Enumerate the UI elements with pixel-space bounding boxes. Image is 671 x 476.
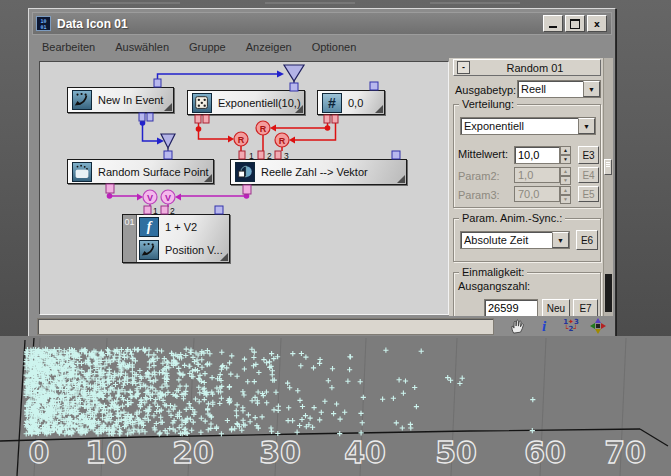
axis-label: 0 — [29, 435, 50, 470]
seed-expose-button[interactable]: E7 — [573, 299, 598, 316]
param2-spinner: ▲▼ — [560, 167, 571, 183]
close-icon: x — [594, 19, 600, 29]
menu-optionen[interactable]: Optionen — [312, 41, 357, 53]
param3-spinner: ▲▼ — [560, 186, 571, 202]
axis-labels: 0 10 20 30 40 50 60 70 — [29, 435, 646, 470]
info-icon[interactable]: i — [535, 317, 553, 335]
axis-label: 70 — [604, 435, 646, 470]
port-number: 1 — [249, 151, 254, 161]
mean-spinner[interactable]: ▲▼ — [560, 146, 571, 164]
distribution-select[interactable]: Exponentiell ▼ — [460, 117, 596, 135]
window-controls: x — [543, 15, 607, 32]
close-button[interactable]: x — [587, 15, 607, 32]
distribution-group-label: Verteilung: — [459, 98, 517, 110]
toolbar-edge — [430, 2, 520, 4]
axis-label: 40 — [344, 435, 386, 470]
axis-label: 20 — [172, 435, 214, 470]
wire-arrow — [228, 136, 234, 143]
status-message-field — [37, 318, 494, 335]
port-number: 3 — [284, 151, 289, 161]
event-port[interactable] — [139, 79, 400, 214]
icon-digits-bottom: 01 — [37, 24, 50, 30]
seed-field[interactable] — [484, 299, 538, 316]
output-type-label: Ausgabetyp: — [455, 84, 516, 96]
anim-sync-group-label: Param. Anim.-Sync.: — [459, 212, 565, 224]
axis-label: 60 — [524, 435, 566, 470]
rollout-header[interactable]: - Random 01 — [453, 59, 601, 76]
maximize-button[interactable] — [565, 15, 585, 32]
axis-label: 10 — [85, 435, 127, 470]
toolbar-edge — [265, 2, 355, 4]
v-glyph: V — [165, 193, 171, 203]
panel-scrollbar[interactable] — [603, 58, 613, 316]
anim-sync-value: Absolute Zeit — [461, 232, 552, 248]
v-glyph: V — [147, 193, 153, 203]
r-glyph: R — [279, 136, 286, 146]
mean-expose-button[interactable]: E3 — [578, 146, 599, 164]
collapse-icon[interactable]: - — [457, 61, 470, 74]
anim-sync-group: Param. Anim.-Sync.: Absolute Zeit ▼ E6 — [453, 218, 601, 262]
data-view-window: 10 01 Data Icon 01 x Bearbeiten Auswähle… — [28, 8, 616, 342]
vector-wire — [110, 193, 247, 207]
output-type-value: Reell — [518, 81, 583, 97]
wire-arrow — [289, 137, 295, 144]
wire-arrow — [270, 125, 276, 132]
scrollbar-thumb[interactable] — [604, 159, 612, 175]
axis-label: 50 — [435, 435, 477, 470]
scrollbar-shaft — [605, 274, 612, 312]
distribution-value: Exponentiell — [461, 118, 578, 134]
wire-arrow — [175, 194, 181, 201]
parameters-panel: - Random 01 Ausgabetyp: Reell ▼ Verteilu… — [449, 58, 613, 316]
wire-arrow — [137, 194, 143, 201]
node-graph-canvas[interactable]: New In Event Exponentiell(10,) # 0,0 R — [39, 61, 449, 315]
renumber-icon[interactable]: 1✦3 └2┘ — [562, 317, 580, 335]
view-tools: i 1✦3 └2┘ — [508, 317, 607, 335]
minimize-button[interactable] — [543, 15, 563, 32]
output-type-select[interactable]: Reell ▼ — [517, 80, 601, 98]
distribution-group: Verteilung: Exponentiell ▼ Mittelwert: ▲… — [453, 104, 601, 208]
port-number: 2 — [267, 151, 272, 161]
wires-layer: R R R V V — [40, 62, 448, 314]
viewport[interactable]: 0 10 20 30 40 50 60 70 — [0, 336, 671, 476]
menu-auswaehlen[interactable]: Auswählen — [115, 41, 169, 53]
data-icon-window-icon: 10 01 — [36, 16, 51, 31]
pan-hand-icon[interactable] — [508, 317, 526, 335]
viewport-render: 0 10 20 30 40 50 60 70 — [0, 336, 671, 476]
spin-up-icon[interactable]: ▲ — [560, 146, 571, 155]
chevron-down-icon[interactable]: ▼ — [552, 232, 569, 248]
menu-bearbeiten[interactable]: Bearbeiten — [42, 41, 95, 53]
mean-field[interactable] — [514, 146, 560, 164]
menu-bar: Bearbeiten Auswählen Gruppe Anzeigen Opt… — [32, 35, 612, 59]
menu-gruppe[interactable]: Gruppe — [189, 41, 226, 53]
chevron-down-icon[interactable]: ▼ — [578, 118, 595, 134]
new-seed-button[interactable]: Neu — [542, 299, 570, 316]
wire-junction — [196, 126, 202, 132]
minimize-icon — [549, 26, 557, 28]
menu-anzeigen[interactable]: Anzeigen — [246, 41, 292, 53]
axis-label: 30 — [259, 435, 301, 470]
mean-label: Mittelwert: — [458, 148, 508, 160]
chevron-down-icon[interactable]: ▼ — [583, 81, 600, 97]
r-glyph: R — [238, 135, 245, 145]
param3-field — [514, 186, 560, 202]
status-bar: i 1✦3 └2┘ — [37, 315, 607, 337]
title-bar[interactable]: 10 01 Data Icon 01 x — [32, 12, 612, 35]
wire-junction — [325, 125, 331, 131]
r-glyph: R — [260, 124, 267, 134]
window-title: Data Icon 01 — [57, 17, 128, 31]
screen: 10 01 Data Icon 01 x Bearbeiten Auswähle… — [0, 0, 671, 476]
rollout-title: Random 01 — [470, 62, 600, 74]
anim-sync-select[interactable]: Absolute Zeit ▼ — [460, 231, 570, 249]
sync-expose-button[interactable]: E6 — [576, 230, 598, 250]
port-number: 2 — [170, 206, 175, 216]
seed-label: Ausgangszahl: — [458, 280, 530, 292]
toolbar-edge — [90, 2, 180, 4]
spin-down-icon[interactable]: ▼ — [560, 155, 571, 164]
wire-junction — [107, 193, 113, 199]
uniqueness-group-label: Einmaligkeit: — [459, 266, 527, 278]
particle-scatter — [23, 347, 535, 437]
navigate-compass-icon[interactable] — [589, 317, 607, 335]
maximize-icon — [570, 19, 580, 29]
wire-arrow — [277, 71, 284, 78]
param3-expose-button: E5 — [578, 186, 599, 202]
